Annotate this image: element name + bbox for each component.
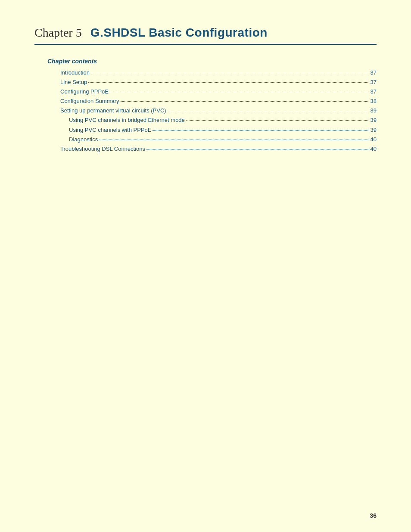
page-container: Chapter 5 G.SHDSL Basic Configuration Ch… xyxy=(0,0,411,532)
chapter-title-line: Chapter 5 G.SHDSL Basic Configuration xyxy=(34,26,377,40)
toc-page: 37 xyxy=(371,78,377,87)
toc-item[interactable]: Troubleshooting DSL Connections40 xyxy=(60,144,377,154)
toc-label: Diagnostics xyxy=(69,135,98,144)
toc-dots xyxy=(110,92,369,92)
toc-label: Using PVC channels with PPPoE xyxy=(69,125,151,135)
toc-page: 39 xyxy=(371,125,377,135)
toc-dots xyxy=(121,101,369,102)
toc-page: 39 xyxy=(371,115,377,125)
toc-label: Configuring PPPoE xyxy=(60,87,109,96)
toc-dots xyxy=(99,140,369,140)
chapter-contents-heading: Chapter contents xyxy=(47,58,377,65)
toc-page: 39 xyxy=(371,106,377,115)
toc-item[interactable]: Configuration Summary38 xyxy=(60,96,377,106)
toc-item[interactable]: Setting up permanent virtual circuits (P… xyxy=(60,106,377,115)
toc-label: Setting up permanent virtual circuits (P… xyxy=(60,106,166,115)
toc-label: Using PVC channels in bridged Ethernet m… xyxy=(69,115,185,125)
toc-label: Configuration Summary xyxy=(60,96,119,106)
toc-dots xyxy=(168,111,369,111)
toc-page: 38 xyxy=(371,96,377,106)
toc-dots xyxy=(186,120,369,121)
toc-item[interactable]: Using PVC channels in bridged Ethernet m… xyxy=(69,115,377,125)
toc-dots xyxy=(146,149,369,149)
toc-item[interactable]: Introduction37 xyxy=(60,68,377,78)
toc-dots xyxy=(88,82,369,83)
chapter-label: Chapter 5 xyxy=(34,26,82,40)
toc-dots xyxy=(153,130,369,131)
toc-container: Introduction37Line Setup37Configuring PP… xyxy=(60,68,377,154)
toc-label: Introduction xyxy=(60,68,90,78)
toc-item[interactable]: Configuring PPPoE37 xyxy=(60,87,377,96)
toc-label: Troubleshooting DSL Connections xyxy=(60,144,145,154)
toc-page: 40 xyxy=(371,135,377,144)
toc-item[interactable]: Line Setup37 xyxy=(60,78,377,87)
toc-label: Line Setup xyxy=(60,78,87,87)
toc-page: 37 xyxy=(371,87,377,96)
toc-dots xyxy=(91,73,369,73)
toc-page: 40 xyxy=(371,144,377,154)
toc-item[interactable]: Diagnostics 40 xyxy=(69,135,377,144)
page-number: 36 xyxy=(370,512,377,519)
toc-page: 37 xyxy=(371,68,377,78)
toc-item[interactable]: Using PVC channels with PPPoE 39 xyxy=(69,125,377,135)
chapter-title: G.SHDSL Basic Configuration xyxy=(90,26,268,40)
chapter-header: Chapter 5 G.SHDSL Basic Configuration xyxy=(34,26,377,45)
